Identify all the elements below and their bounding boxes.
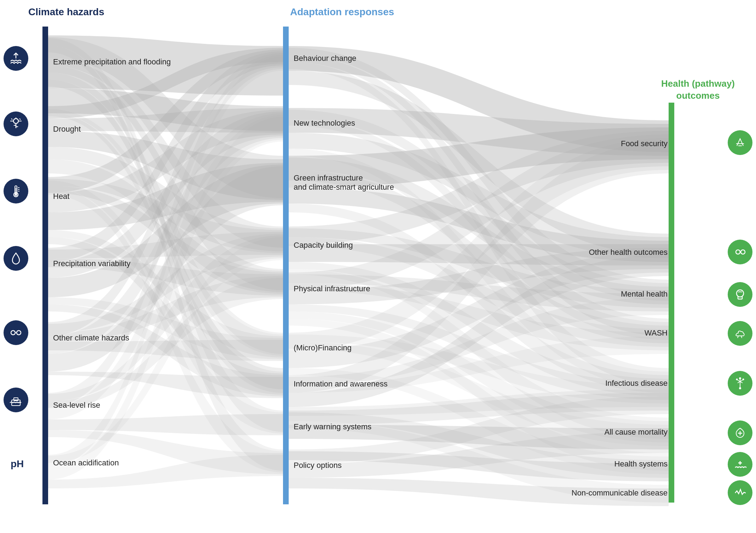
wash-label: WASH bbox=[645, 328, 668, 338]
flow-cap-mental bbox=[289, 228, 669, 308]
mental-health-icon bbox=[728, 282, 752, 307]
left-bar bbox=[42, 27, 48, 504]
flow-behaviour-mental bbox=[289, 48, 669, 297]
flow-precip-green bbox=[48, 165, 283, 297]
svg-rect-3 bbox=[16, 188, 16, 193]
flow-other-info bbox=[48, 372, 283, 398]
heat-icon bbox=[4, 179, 28, 204]
flow-info-mental bbox=[289, 297, 669, 386]
svg-point-8 bbox=[11, 331, 15, 335]
mental-health-label: Mental health bbox=[621, 290, 668, 299]
green-infra-label: Green infrastructureand climate-smart ag… bbox=[294, 173, 394, 192]
flow-other-financing bbox=[48, 340, 283, 361]
flow-heat-green bbox=[48, 163, 283, 230]
precip-label: Precipitation variability bbox=[53, 259, 131, 268]
behaviour-change-label: Behaviour change bbox=[294, 54, 356, 63]
flow-cap-infect bbox=[289, 262, 669, 396]
flow-other-physical bbox=[48, 276, 283, 342]
info-awareness-label: Information and awareness bbox=[294, 379, 387, 389]
right-bar bbox=[669, 103, 674, 503]
adaptation-responses-title: Adaptation responses bbox=[290, 6, 394, 18]
svg-point-23 bbox=[739, 387, 741, 389]
flow-sea-policy bbox=[48, 430, 283, 474]
flood-label: Extreme precipitation and flooding bbox=[53, 57, 171, 67]
svg-point-15 bbox=[741, 250, 745, 254]
flow-behaviour-other bbox=[289, 71, 669, 255]
climate-hazards-title: Climate hazards bbox=[28, 6, 104, 18]
flow-flood-warning bbox=[48, 38, 283, 432]
health-systems-icon bbox=[728, 452, 752, 477]
flow-sea-warning bbox=[48, 414, 283, 435]
flow-sea-behaviour bbox=[48, 55, 283, 407]
svg-point-17 bbox=[737, 290, 744, 297]
flow-drought-capacity bbox=[48, 147, 283, 251]
flow-policy-mortality bbox=[289, 432, 669, 478]
flow-heat-physical bbox=[48, 186, 283, 294]
flow-tech-mental bbox=[289, 110, 669, 301]
flow-cap-mortality bbox=[289, 269, 669, 439]
flow-heat-policy bbox=[48, 188, 283, 472]
policy-options-label: Policy options bbox=[294, 461, 342, 470]
flow-tech-wash bbox=[289, 119, 669, 340]
ocean-ph-icon: pH bbox=[11, 458, 24, 470]
flow-precip-behaviour bbox=[48, 51, 283, 262]
other-health-label: Other health outcomes bbox=[589, 248, 668, 257]
svg-point-14 bbox=[736, 250, 740, 254]
flow-drought-financing bbox=[48, 109, 283, 356]
flood-icon bbox=[4, 46, 28, 71]
svg-point-0 bbox=[13, 119, 18, 124]
flow-flood-info bbox=[48, 80, 283, 389]
flow-flood-financing bbox=[48, 73, 283, 354]
wash-icon bbox=[728, 321, 752, 346]
flow-heat-behaviour bbox=[48, 50, 283, 193]
flow-precip-capacity bbox=[48, 232, 283, 258]
sealevel-label: Sea-level rise bbox=[53, 401, 100, 410]
sealevel-icon bbox=[4, 388, 28, 412]
flow-sea-physical bbox=[48, 278, 283, 408]
flow-precip-tech bbox=[48, 111, 283, 278]
flow-drought-green bbox=[48, 131, 283, 200]
mid-bar bbox=[283, 27, 289, 504]
early-warning-label: Early warning systems bbox=[294, 422, 371, 431]
infectious-icon bbox=[728, 371, 752, 396]
svg-point-9 bbox=[17, 331, 21, 335]
main-container: Climate hazards Adaptation responses Hea… bbox=[0, 0, 756, 533]
other-hazard-icon bbox=[4, 320, 28, 345]
food-icon bbox=[728, 130, 752, 155]
flow-ocean-capacity bbox=[48, 237, 283, 463]
ncd-icon bbox=[728, 480, 752, 505]
flow-green-infect bbox=[289, 204, 669, 393]
financing-label: (Micro)Financing bbox=[294, 343, 352, 353]
flow-policy-healthsys bbox=[289, 451, 669, 481]
physical-infra-label: Physical infrastructure bbox=[294, 284, 370, 293]
flow-drought-physical bbox=[48, 159, 283, 292]
svg-point-24 bbox=[736, 379, 738, 380]
flow-drought-info bbox=[48, 113, 283, 393]
flow-phys-food bbox=[289, 134, 669, 290]
flow-ocean-tech bbox=[48, 117, 283, 480]
flow-tech-food bbox=[289, 108, 669, 156]
new-tech-label: New technologies bbox=[294, 119, 355, 128]
flow-behaviour-wash bbox=[289, 55, 669, 336]
drought-icon bbox=[4, 111, 28, 136]
flow-behaviour-infect bbox=[289, 62, 669, 386]
ncd-label: Non-communicable disease bbox=[572, 488, 668, 498]
svg-point-22 bbox=[739, 377, 741, 379]
other-hazard-label: Other climate hazards bbox=[53, 333, 129, 343]
flow-precip-financing bbox=[48, 297, 283, 359]
ocean-label: Ocean acidification bbox=[53, 458, 119, 468]
heat-label: Heat bbox=[53, 192, 69, 201]
flow-heat-tech bbox=[48, 110, 283, 212]
flow-other-tech bbox=[48, 113, 283, 354]
svg-point-4 bbox=[15, 194, 17, 196]
flow-other-capacity bbox=[48, 234, 283, 333]
drought-label: Drought bbox=[53, 125, 81, 134]
food-security-label: Food security bbox=[621, 139, 668, 148]
flow-precip-info bbox=[48, 304, 283, 396]
flow-other-behaviour bbox=[48, 53, 283, 336]
mortality-icon bbox=[728, 420, 752, 445]
flow-flood-tech bbox=[48, 88, 283, 131]
precip-icon bbox=[4, 246, 28, 271]
flow-heat-capacity bbox=[48, 179, 283, 253]
capacity-building-label: Capacity building bbox=[294, 241, 353, 250]
